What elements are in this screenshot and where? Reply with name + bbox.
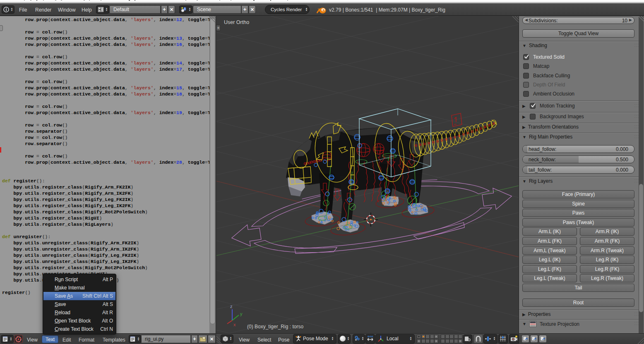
svg-text:z: z [230, 304, 233, 309]
svg-text:User Ortho: User Ortho [224, 19, 249, 25]
svg-text:x: x [233, 322, 236, 327]
svg-text:y: y [240, 311, 243, 316]
svg-text:(0) Boxy_tiger_Rig : torso: (0) Boxy_tiger_Rig : torso [247, 324, 303, 330]
